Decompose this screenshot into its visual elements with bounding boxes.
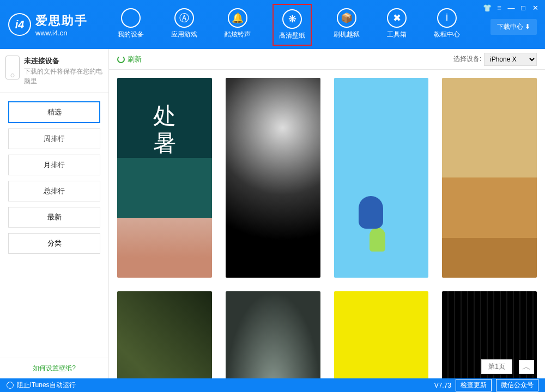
refresh-icon — [117, 56, 125, 63]
bell-icon: 🔔 — [228, 8, 247, 28]
info-icon: i — [437, 8, 457, 28]
scroll-top-button[interactable]: ︿ — [519, 360, 534, 374]
nav-flash-jailbreak[interactable]: 📦 刷机越狱 — [328, 4, 365, 46]
category-list: 精选 周排行 月排行 总排行 最新 分类 — [0, 93, 108, 262]
help-link[interactable]: 如何设置壁纸? — [0, 358, 108, 378]
status-right: V7.73 检查更新 微信公众号 — [434, 379, 538, 391]
close-button[interactable]: ✕ — [530, 3, 541, 12]
download-center-button[interactable]: 下载中心 ⬇ — [491, 19, 537, 35]
nav-my-device[interactable]: 我的设备 — [112, 4, 149, 46]
tools-icon: ✖ — [387, 8, 407, 28]
phone-icon — [5, 56, 20, 79]
window-controls: 👕 ≡ — □ ✕ — [482, 3, 541, 12]
category-newest[interactable]: 最新 — [8, 207, 100, 228]
wallpaper-item[interactable] — [117, 291, 212, 378]
minimize-button[interactable]: — — [506, 3, 517, 12]
refresh-button[interactable]: 刷新 — [117, 54, 142, 64]
logo-area: i4 爱思助手 www.i4.cn — [0, 13, 99, 37]
shirt-icon[interactable]: 👕 — [482, 3, 493, 12]
device-select-dropdown[interactable]: iPhone X — [484, 53, 537, 66]
maximize-button[interactable]: □ — [518, 3, 529, 12]
wallpaper-item[interactable] — [442, 78, 537, 278]
flower-icon: ❋ — [282, 9, 302, 29]
version-label: V7.73 — [434, 382, 451, 389]
status-left: 阻止iTunes自动运行 — [7, 381, 76, 390]
download-icon: ⬇ — [525, 23, 530, 30]
nav-ringtones[interactable]: 🔔 酷炫铃声 — [219, 4, 256, 46]
sidebar: 未连接设备 下载的文件将保存在您的电脑里 精选 周排行 月排行 总排行 最新 分… — [0, 49, 109, 378]
wallpaper-item[interactable] — [226, 78, 320, 278]
box-icon: 📦 — [337, 8, 356, 28]
wallpaper-grid — [109, 70, 545, 378]
nav-apps-games[interactable]: Ⓐ 应用游戏 — [166, 4, 203, 46]
page-indicator[interactable]: 第1页 — [481, 359, 512, 374]
itunes-toggle[interactable]: 阻止iTunes自动运行 — [17, 381, 76, 390]
category-monthly[interactable]: 月排行 — [8, 155, 100, 175]
wallpaper-item[interactable] — [334, 78, 429, 278]
main-content: 刷新 选择设备: iPhone X — [109, 49, 545, 378]
device-select: 选择设备: iPhone X — [453, 53, 537, 66]
device-status: 未连接设备 — [24, 56, 103, 66]
nav-wallpapers[interactable]: ❋ 高清壁纸 — [272, 4, 312, 46]
nav-toolbox[interactable]: ✖ 工具箱 — [382, 4, 412, 46]
check-update-button[interactable]: 检查更新 — [456, 379, 492, 391]
category-weekly[interactable]: 周排行 — [8, 128, 100, 149]
device-info: 未连接设备 下载的文件将保存在您的电脑里 — [0, 49, 108, 93]
toolbar: 刷新 选择设备: iPhone X — [109, 49, 545, 70]
menu-icon[interactable]: ≡ — [494, 3, 505, 12]
header: i4 爱思助手 www.i4.cn 我的设备 Ⓐ 应用游戏 🔔 酷炫铃声 ❋ 高… — [0, 0, 545, 49]
main-nav: 我的设备 Ⓐ 应用游戏 🔔 酷炫铃声 ❋ 高清壁纸 📦 刷机越狱 ✖ 工具箱 i… — [112, 4, 465, 46]
apps-icon: Ⓐ — [174, 8, 194, 28]
apple-icon — [121, 8, 141, 28]
device-description: 下载的文件将保存在您的电脑里 — [24, 66, 103, 86]
app-url: www.i4.cn — [35, 29, 88, 37]
wechat-button[interactable]: 微信公众号 — [496, 379, 538, 391]
logo-icon: i4 — [8, 13, 31, 36]
category-types[interactable]: 分类 — [8, 233, 100, 254]
status-circle-icon — [7, 382, 14, 389]
category-total[interactable]: 总排行 — [8, 181, 100, 201]
chevron-up-icon: ︿ — [522, 362, 531, 373]
wallpaper-item[interactable] — [334, 291, 429, 378]
app-title: 爱思助手 — [35, 13, 88, 29]
wallpaper-item[interactable] — [117, 78, 212, 278]
wallpaper-item[interactable] — [226, 291, 320, 378]
device-select-label: 选择设备: — [453, 54, 481, 64]
category-featured[interactable]: 精选 — [8, 101, 100, 123]
status-bar: 阻止iTunes自动运行 V7.73 检查更新 微信公众号 — [0, 378, 545, 392]
nav-tutorials[interactable]: i 教程中心 — [428, 4, 465, 46]
